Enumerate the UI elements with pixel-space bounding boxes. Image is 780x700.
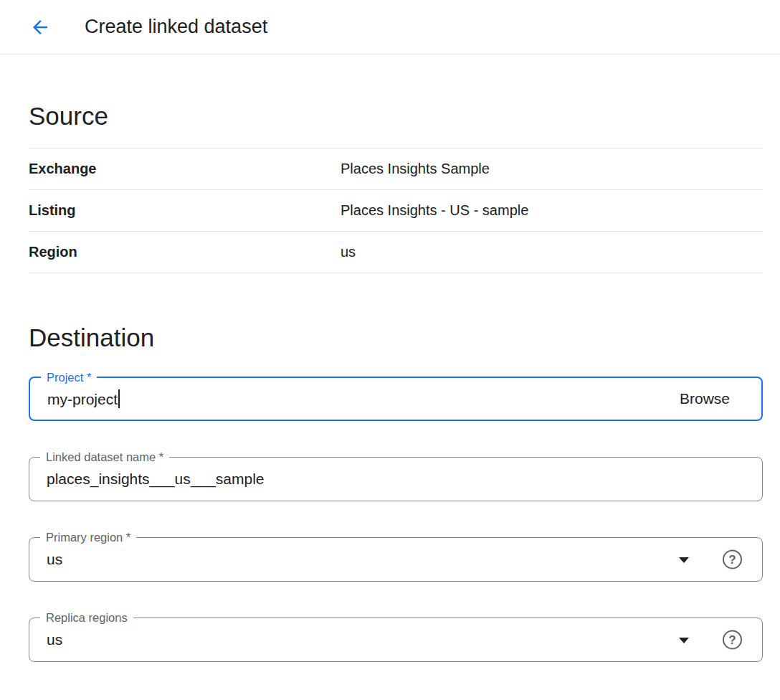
exchange-label: Exchange	[29, 161, 341, 177]
dropdown-arrow-icon[interactable]	[679, 557, 689, 563]
replica-regions-label: Replica regions	[40, 610, 133, 625]
project-field[interactable]: Project * my-project Browse	[29, 377, 763, 421]
exchange-value: Places Insights Sample	[341, 161, 490, 177]
linked-dataset-name-input[interactable]: places_insights___us___sample	[29, 470, 265, 488]
page-header: Create linked dataset	[0, 0, 780, 55]
source-heading: Source	[29, 102, 763, 131]
page-title: Create linked dataset	[85, 16, 267, 38]
table-row: Region us	[29, 232, 763, 273]
primary-region-label: Primary region *	[40, 530, 136, 544]
listing-value: Places Insights - US - sample	[341, 202, 528, 219]
primary-region-field[interactable]: Primary region * us ?	[29, 537, 763, 582]
text-cursor	[118, 389, 120, 408]
linked-dataset-name-field[interactable]: Linked dataset name * places_insights___…	[29, 457, 763, 501]
table-row: Listing Places Insights - US - sample	[29, 190, 763, 232]
project-input[interactable]: my-project	[30, 389, 120, 408]
destination-heading: Destination	[29, 323, 763, 352]
replica-regions-select[interactable]: us	[29, 631, 62, 648]
browse-button[interactable]: Browse	[680, 390, 761, 407]
help-icon[interactable]: ?	[723, 550, 742, 569]
region-value: us	[341, 244, 356, 260]
linked-dataset-name-label: Linked dataset name *	[40, 450, 169, 464]
project-field-label: Project *	[41, 370, 97, 384]
back-arrow-icon[interactable]	[24, 11, 56, 43]
table-row: Exchange Places Insights Sample	[29, 148, 763, 190]
primary-region-select[interactable]: us	[29, 551, 62, 568]
help-icon[interactable]: ?	[723, 630, 742, 650]
region-label: Region	[29, 244, 341, 260]
replica-regions-field[interactable]: Replica regions us ?	[29, 618, 763, 662]
listing-label: Listing	[29, 202, 341, 219]
dropdown-arrow-icon[interactable]	[679, 638, 689, 643]
source-table: Exchange Places Insights Sample Listing …	[29, 148, 763, 273]
